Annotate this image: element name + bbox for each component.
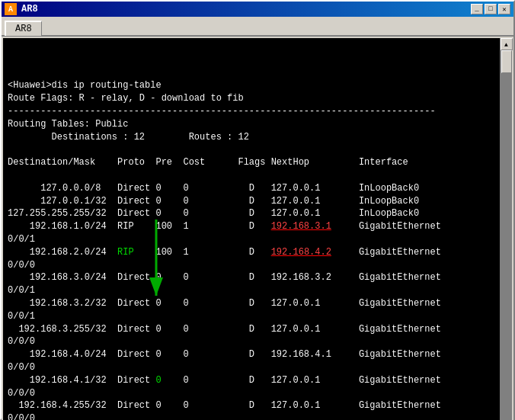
tab-ar8[interactable]: AR8 — [5, 21, 42, 36]
app-icon: A — [5, 3, 17, 15]
title-bar: A AR8 _ □ ✕ — [2, 2, 513, 17]
title-bar-left: A AR8 — [5, 3, 38, 15]
terminal-content: <Huawei>dis ip routing-table Route Flags… — [8, 67, 495, 420]
terminal[interactable]: <Huawei>dis ip routing-table Route Flags… — [3, 38, 500, 420]
window-title: AR8 — [21, 4, 38, 14]
maximize-button[interactable]: □ — [485, 4, 497, 14]
scroll-up-button[interactable]: ▲ — [501, 38, 513, 50]
minimize-button[interactable]: _ — [471, 4, 483, 14]
close-button[interactable]: ✕ — [498, 4, 510, 14]
tab-bar: AR8 — [2, 17, 513, 37]
terminal-container: <Huawei>dis ip routing-table Route Flags… — [2, 37, 513, 420]
title-bar-controls: _ □ ✕ — [471, 4, 510, 14]
green-arrow-annotation — [126, 220, 187, 311]
command-line: <Huawei>dis ip routing-table Route Flags… — [8, 80, 441, 420]
main-window: A AR8 _ □ ✕ AR8 <Huawei>dis ip routing-t… — [0, 0, 515, 420]
scroll-track[interactable] — [501, 50, 512, 420]
scroll-thumb[interactable] — [501, 50, 512, 73]
scrollbar: ▲ ▼ — [500, 38, 512, 420]
